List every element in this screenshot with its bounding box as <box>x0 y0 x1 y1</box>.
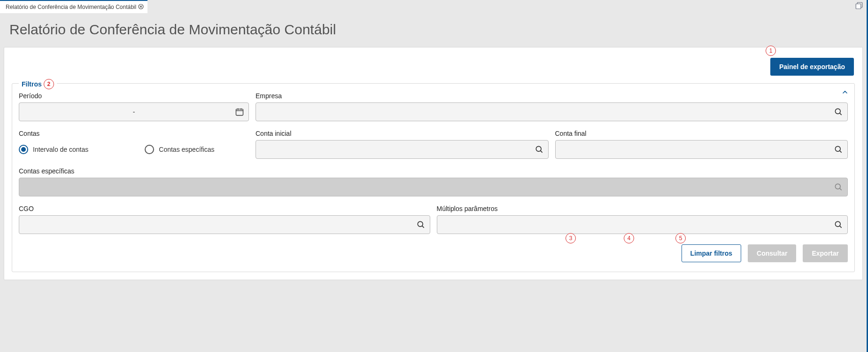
search-icon[interactable] <box>534 144 544 155</box>
tab-active[interactable]: Relatório de Conferência de Movimentação… <box>0 0 147 13</box>
periodo-label: Período <box>19 92 249 100</box>
conta-final-label: Conta final <box>555 130 848 137</box>
contas-especificas-label: Contas específicas <box>19 167 848 175</box>
annotation-3: 3 <box>566 233 576 243</box>
svg-line-24 <box>840 226 842 228</box>
collapse-toggle[interactable] <box>841 88 849 96</box>
search-icon <box>833 182 844 192</box>
svg-line-18 <box>840 151 842 153</box>
tab-bar: Relatório de Conferência de Movimentação… <box>0 0 867 13</box>
svg-line-22 <box>422 226 424 228</box>
conta-inicial-input[interactable] <box>256 140 549 159</box>
search-icon[interactable] <box>833 144 844 155</box>
cgo-field[interactable] <box>19 216 430 234</box>
annotation-2: 2 <box>44 79 54 89</box>
conta-final-field[interactable] <box>556 141 848 158</box>
empresa-label: Empresa <box>256 92 848 100</box>
empresa-field[interactable] <box>256 103 847 121</box>
multiplos-parametros-field[interactable] <box>437 216 848 234</box>
search-icon[interactable] <box>833 219 844 230</box>
radio-unchecked-icon <box>145 145 154 154</box>
filters-panel: Filtros 2 Período - Empre <box>12 83 855 272</box>
svg-rect-1 <box>856 4 861 9</box>
empresa-input[interactable] <box>256 102 848 121</box>
tab-title: Relatório de Conferência de Movimentação… <box>6 4 136 10</box>
radio-intervalo-label: Intervalo de contas <box>33 146 88 153</box>
radio-checked-icon <box>19 145 28 154</box>
conta-final-input[interactable] <box>555 140 848 159</box>
contas-label: Contas <box>19 130 249 137</box>
svg-point-13 <box>835 109 840 114</box>
search-icon[interactable] <box>416 219 426 230</box>
svg-point-21 <box>418 221 423 227</box>
close-icon[interactable] <box>138 4 145 10</box>
multiplos-parametros-label: Múltiplos parâmetros <box>437 205 848 212</box>
main-panel: 1 Painel de exportação Filtros 2 Período… <box>4 47 863 280</box>
calendar-icon[interactable] <box>234 107 245 117</box>
svg-point-17 <box>835 146 840 151</box>
export-button[interactable]: Exportar <box>803 244 848 262</box>
page-title: Relatório de Conferência de Movimentação… <box>9 22 857 38</box>
periodo-input[interactable]: - <box>19 102 249 121</box>
svg-point-23 <box>835 221 840 227</box>
contas-especificas-field <box>19 178 847 196</box>
svg-line-20 <box>840 188 842 190</box>
conta-inicial-label: Conta inicial <box>256 130 549 137</box>
radio-especificas-label: Contas específicas <box>159 146 214 153</box>
contas-especificas-input <box>19 178 848 196</box>
cgo-label: CGO <box>19 205 430 212</box>
conta-inicial-field[interactable] <box>256 141 548 158</box>
multiplos-parametros-input[interactable] <box>437 215 848 234</box>
periodo-value: - <box>19 108 248 116</box>
search-icon[interactable] <box>833 107 844 117</box>
export-panel-button[interactable]: Painel de exportação <box>770 58 854 76</box>
svg-rect-3 <box>236 109 243 115</box>
svg-line-16 <box>540 151 542 153</box>
annotation-4: 4 <box>624 233 634 243</box>
svg-line-14 <box>840 113 842 115</box>
consult-button[interactable]: Consultar <box>748 244 796 262</box>
annotation-1: 1 <box>766 46 776 56</box>
window-stack-icon[interactable] <box>854 1 864 10</box>
radio-intervalo-contas[interactable]: Intervalo de contas <box>19 145 88 154</box>
svg-point-15 <box>536 146 541 151</box>
clear-filters-button[interactable]: Limpar filtros <box>682 244 741 262</box>
svg-point-19 <box>835 184 840 189</box>
annotation-5: 5 <box>675 233 686 243</box>
cgo-input[interactable] <box>19 215 430 234</box>
radio-contas-especificas[interactable]: Contas específicas <box>145 145 214 154</box>
filters-legend-label: Filtros <box>22 80 42 88</box>
